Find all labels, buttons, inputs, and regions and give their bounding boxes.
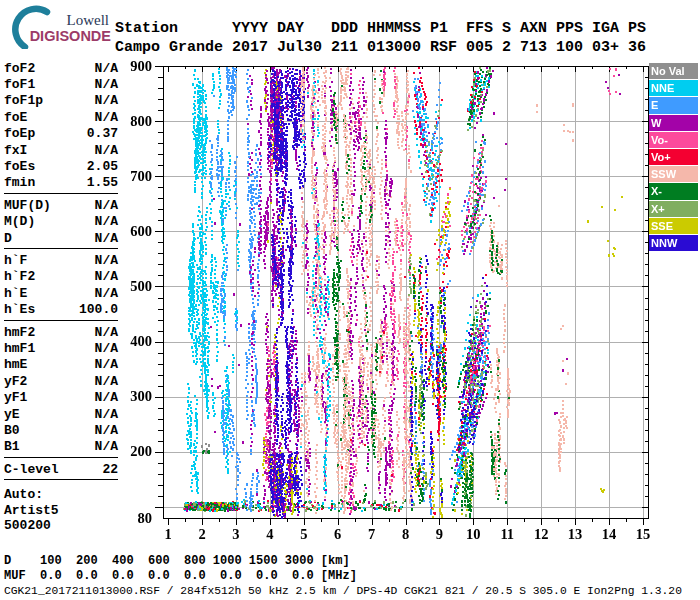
autoscaling-line: Auto:: [4, 487, 118, 503]
param-label: h`E: [4, 286, 27, 301]
param-row: foF1N/A: [4, 76, 118, 92]
param-row: M(D)N/A: [4, 214, 118, 230]
x-axis-tick-label: 6: [323, 527, 353, 542]
param-row: DN/A: [4, 230, 118, 246]
header-values-line: Campo Grande 2017 Jul30 211 013000 RSF 0…: [115, 39, 646, 56]
param-row: yF2N/A: [4, 373, 118, 389]
separator: [4, 248, 118, 249]
legend-item-nnw: NNW: [649, 235, 698, 251]
param-label: fxI: [4, 143, 27, 158]
y-axis-tick-label: 900: [102, 59, 152, 74]
param-row: h`F2N/A: [4, 269, 118, 285]
x-axis-tick-label: 13: [560, 527, 590, 542]
y-axis-tick-label: 200: [102, 444, 152, 459]
param-label: foEp: [4, 126, 35, 141]
param-label: h`F2: [4, 269, 35, 284]
legend-item-w: W: [649, 115, 698, 131]
param-row: yEN/A: [4, 406, 118, 422]
param-row: foF1pN/A: [4, 93, 118, 109]
x-axis-tick-label: 1: [153, 527, 183, 542]
param-label: yF1: [4, 390, 27, 405]
x-axis-tick-label: 11: [492, 527, 522, 542]
param-row: foEN/A: [4, 109, 118, 125]
legend-item-ssw: SSW: [649, 166, 698, 182]
param-row: B0N/A: [4, 422, 118, 438]
param-row: yF1N/A: [4, 389, 118, 405]
legend-item-x+: X+: [649, 201, 698, 217]
x-axis-tick-label: 10: [458, 527, 488, 542]
param-value: N/A: [95, 357, 118, 372]
param-row: hmEN/A: [4, 357, 118, 373]
param-label: hmE: [4, 357, 27, 372]
autoscaling-line: Artist5: [4, 503, 118, 519]
velocity-direction-legend: No ValNNEEWVo-Vo+SSWX-X+SSENNW: [649, 63, 698, 252]
param-row: B1N/A: [4, 439, 118, 455]
x-axis-tick-label: 9: [424, 527, 454, 542]
autoscaling-block: Auto:Artist5500200: [4, 487, 118, 534]
x-axis-tick-label: 8: [391, 527, 421, 542]
header-labels-line: Station YYYY DAY DDD HHMMSS P1 FFS S AXN…: [115, 20, 646, 37]
ionogram-plot: [146, 58, 658, 528]
param-label: h`Es: [4, 302, 35, 317]
param-value: N/A: [95, 77, 118, 92]
param-row: hmF1N/A: [4, 340, 118, 356]
y-axis-tick-label: 700: [102, 169, 152, 184]
param-label: yF2: [4, 374, 27, 389]
param-row: C-level22: [4, 461, 118, 477]
legend-item-sse: SSE: [649, 218, 698, 234]
x-axis-tick-label: 12: [526, 527, 556, 542]
param-row: MUF(D)N/A: [4, 197, 118, 213]
param-value: N/A: [95, 143, 118, 158]
y-axis-tick-label: 300: [102, 389, 152, 404]
legend-item-vo-: Vo-: [649, 132, 698, 148]
logo-digisonde-text: DIGISONDE: [30, 28, 112, 44]
separator: [4, 320, 118, 321]
y-axis-tick-label: 600: [102, 224, 152, 239]
param-row: h`EN/A: [4, 285, 118, 301]
header-block: Station YYYY DAY DDD HHMMSS P1 FFS S AXN…: [115, 19, 646, 57]
legend-item-e: E: [649, 97, 698, 113]
param-value: N/A: [95, 253, 118, 268]
param-row: foEs2.05: [4, 158, 118, 174]
logo-lowell-text: Lowell: [67, 12, 110, 28]
param-row: h`FN/A: [4, 252, 118, 268]
param-label: M(D): [4, 214, 35, 229]
y-axis-tick-label: 400: [102, 334, 152, 349]
param-value: N/A: [95, 93, 118, 108]
param-row: fxIN/A: [4, 142, 118, 158]
legend-item-x-: X-: [649, 183, 698, 199]
distance-row: D 100 200 400 600 800 1000 1500 3000 [km…: [4, 554, 350, 569]
param-label: foE: [4, 110, 27, 125]
x-axis-tick-label: 2: [187, 527, 217, 542]
param-label: D: [4, 231, 12, 246]
param-label: C-level: [4, 462, 59, 477]
param-row: hmF2N/A: [4, 324, 118, 340]
x-axis-tick-label: 15: [628, 527, 658, 542]
param-row: h`Es100.0: [4, 301, 118, 317]
param-label: foF1p: [4, 93, 43, 108]
param-value: 100.0: [79, 302, 118, 317]
separator: [4, 193, 118, 194]
param-label: h`F: [4, 253, 27, 268]
param-label: foF2: [4, 61, 35, 76]
param-value: N/A: [95, 423, 118, 438]
param-row: foEp0.37: [4, 126, 118, 142]
param-label: yE: [4, 407, 20, 422]
param-label: foEs: [4, 159, 35, 174]
param-value: N/A: [95, 374, 118, 389]
x-axis-tick-label: 5: [289, 527, 319, 542]
param-row: fmin1.55: [4, 175, 118, 191]
param-label: B1: [4, 439, 20, 454]
param-label: foF1: [4, 77, 35, 92]
separator: [4, 457, 118, 458]
param-value: N/A: [95, 198, 118, 213]
y-axis-tick-label: 800: [102, 114, 152, 129]
param-label: hmF1: [4, 341, 35, 356]
y-axis-tick-label: 500: [102, 279, 152, 294]
param-value: 22: [102, 462, 118, 477]
autoscaling-line: 500200: [4, 518, 118, 534]
legend-item-noval: No Val: [649, 63, 698, 79]
x-axis-tick-label: 3: [221, 527, 251, 542]
param-label: fmin: [4, 175, 35, 190]
legend-item-vo+: Vo+: [649, 149, 698, 165]
